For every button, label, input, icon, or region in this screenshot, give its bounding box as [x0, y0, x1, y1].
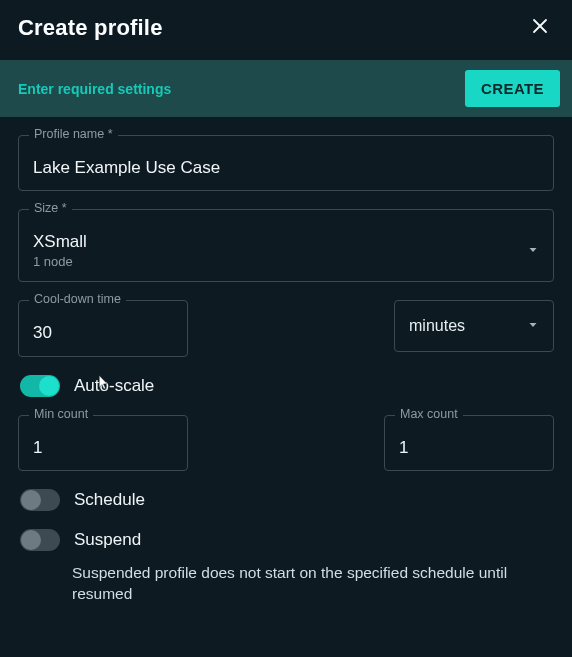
form-body: Profile name * Size * XSmall 1 node Cool… [0, 135, 572, 605]
schedule-toggle[interactable] [20, 489, 60, 511]
max-count-label: Max count [395, 407, 463, 421]
min-count-input[interactable] [33, 438, 173, 458]
max-count-field[interactable]: Max count [384, 415, 554, 471]
toggle-knob [21, 530, 41, 550]
create-profile-dialog: Create profile Enter required settings C… [0, 0, 572, 657]
dialog-title: Create profile [18, 15, 163, 41]
suspend-toggle[interactable] [20, 529, 60, 551]
chevron-down-icon [527, 242, 539, 260]
min-count-label: Min count [29, 407, 93, 421]
profile-name-label: Profile name * [29, 127, 118, 141]
cooldown-field[interactable]: Cool-down time [18, 300, 188, 356]
cursor-icon [94, 374, 109, 397]
size-value-wrap: XSmall 1 node [33, 232, 87, 269]
dialog-header: Create profile [0, 0, 572, 52]
cooldown-label: Cool-down time [29, 292, 126, 306]
min-count-field[interactable]: Min count [18, 415, 188, 471]
cooldown-unit-value: minutes [409, 317, 465, 335]
autoscale-row: Auto-scale [18, 375, 554, 397]
size-subtext: 1 node [33, 254, 87, 269]
chevron-down-icon [527, 317, 539, 335]
toggle-knob [21, 490, 41, 510]
toggle-knob [39, 376, 59, 396]
min-max-row: Min count Max count [18, 415, 554, 471]
size-select[interactable]: Size * XSmall 1 node [18, 209, 554, 282]
close-icon [531, 17, 549, 39]
max-count-input[interactable] [399, 438, 539, 458]
close-button[interactable] [526, 14, 554, 42]
size-value: XSmall [33, 232, 87, 252]
cooldown-input[interactable] [33, 323, 173, 343]
autoscale-toggle[interactable] [20, 375, 60, 397]
banner-message: Enter required settings [18, 81, 171, 97]
schedule-row: Schedule [18, 489, 554, 511]
required-settings-banner: Enter required settings CREATE [0, 60, 572, 117]
autoscale-label: Auto-scale [74, 376, 154, 396]
suspend-row: Suspend [18, 529, 554, 551]
size-label: Size * [29, 201, 72, 215]
profile-name-field[interactable]: Profile name * [18, 135, 554, 191]
cooldown-unit-select[interactable]: minutes [394, 300, 554, 352]
schedule-label: Schedule [74, 490, 145, 510]
suspend-description: Suspended profile does not start on the … [18, 563, 554, 605]
profile-name-input[interactable] [33, 158, 539, 178]
suspend-label: Suspend [74, 530, 141, 550]
create-button[interactable]: CREATE [465, 70, 560, 107]
cooldown-row: Cool-down time minutes [18, 300, 554, 356]
